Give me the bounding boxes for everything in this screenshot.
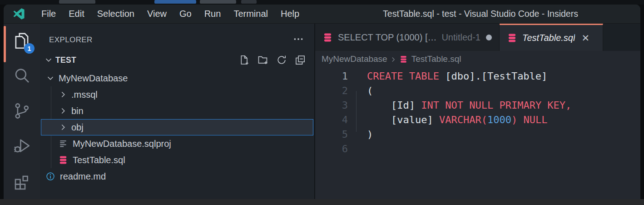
badge-count: 1 [24,43,35,54]
line-content: ( [367,84,373,98]
tree-item-label: TestTable.sql [73,155,125,165]
token [367,114,391,125]
code-editor[interactable]: 1CREATE TABLE [dbo].[TestTable]2(3 [Id] … [315,67,640,199]
tab-testtable-sql[interactable]: TestTable.sql✕ [500,24,603,51]
token: [value] [391,114,439,125]
tree-item-testtable-sql[interactable]: TestTable.sql [41,152,313,168]
line-content: CREATE TABLE [dbo].[TestTable] [367,69,547,84]
collapse-all-button[interactable] [294,54,306,66]
new-file-button[interactable] [238,54,250,66]
tree-item-readme-md[interactable]: readme.md [41,168,313,185]
editor-group: SELECT TOP (1000) [Id]Untitled-1TestTabl… [315,24,640,199]
background-fragment [241,0,257,4]
database-icon [322,32,333,43]
tree-item-label: readme.md [60,171,106,182]
token: ( [481,114,487,125]
chevron-right-icon [58,106,68,116]
file-tree: MyNewDatabase.mssqlbinobjMyNewDatabase.s… [40,70,314,185]
menu-item-view[interactable]: View [141,6,173,21]
more-actions-icon[interactable] [292,33,304,47]
chevron-down-icon [44,55,54,65]
breadcrumb: MyNewDatabaseTestTable.sql [315,51,640,67]
menu-item-go[interactable]: Go [173,6,198,21]
menu-item-run[interactable]: Run [198,6,228,21]
breadcrumb-item[interactable]: MyNewDatabase [322,54,387,64]
line-content: [Id] INT NOT NULL PRIMARY KEY, [367,98,571,113]
token [517,114,523,125]
tab-detail: Untitled-1 [441,32,481,43]
breadcrumb-label: MyNewDatabase [322,54,387,64]
background-fragment [154,0,196,4]
tree-item-obj[interactable]: obj [41,119,313,135]
code-line-1: 1CREATE TABLE [dbo].[TestTable] [315,69,640,84]
tree-item-label: obj [71,122,84,133]
menu-item-help[interactable]: Help [274,6,306,21]
token: ) [511,114,517,125]
activity-item-extensions[interactable] [10,169,34,193]
chevron-right-icon [58,122,68,132]
menu-item-terminal[interactable]: Terminal [227,6,274,21]
active-view-indicator [4,26,6,62]
tree-item-bin[interactable]: bin [41,103,313,119]
indent-guide [356,91,357,132]
token: INT NOT NULL PRIMARY KEY, [421,100,571,111]
explorer-sidebar: EXPLORER TEST MyNewDatabase.mssqlbinobjM… [40,24,314,199]
vscode-window: FileEditSelectionViewGoRunTerminalHelp T… [4,5,640,199]
code-line-2: 2( [315,84,640,98]
menu-bar: FileEditSelectionViewGoRunTerminalHelp [35,6,306,21]
close-icon[interactable]: ✕ [581,33,590,43]
background-fragment [59,0,95,4]
token: ) [367,129,373,140]
background-window-sliver [0,0,644,5]
token: [Id] [391,100,421,111]
tree-item-mynewdatabase-sqlproj[interactable]: MyNewDatabase.sqlproj [41,135,313,152]
tab-select-top-1000-id-[interactable]: SELECT TOP (1000) [Id]Untitled-1 [315,24,500,51]
tree-item--mssql[interactable]: .mssql [41,86,313,103]
tree-item-label: bin [71,106,84,116]
token: ( [367,85,373,96]
tree-item-label: MyNewDatabase.sqlproj [73,139,171,149]
activity-item-run-and-debug[interactable] [10,134,34,158]
database-icon [58,155,68,165]
activity-bar: 1 [4,24,40,199]
line-number: 5 [315,127,348,142]
window-title: TestTable.sql - test - Visual Studio Cod… [322,9,639,19]
section-actions [238,54,306,66]
line-number: 1 [315,69,348,84]
titlebar: FileEditSelectionViewGoRunTerminalHelp T… [4,5,640,24]
token: CREATE TABLE [367,70,445,82]
database-icon [399,55,408,64]
token: 1000 [487,114,511,125]
line-number: 2 [315,84,348,98]
breadcrumb-item[interactable]: TestTable.sql [399,54,461,64]
section-header-test[interactable]: TEST [40,51,314,69]
vscode-insiders-logo [13,8,25,20]
activity-item-explorer[interactable]: 1 [10,29,34,53]
line-number: 6 [315,142,348,156]
token: [dbo].[TestTable] [445,70,547,82]
code-line-5: 5) [315,127,640,142]
section-label: TEST [55,55,238,65]
chevron-right-icon [389,55,397,64]
sqlproj-icon [58,139,68,149]
menu-item-selection[interactable]: Selection [91,6,141,21]
menu-item-file[interactable]: File [35,6,62,21]
info-icon [45,171,55,181]
line-content: ) [367,127,373,142]
activity-item-search[interactable] [10,64,34,88]
tab-label: SELECT TOP (1000) [Id] [338,32,437,43]
refresh-button[interactable] [276,54,287,66]
background-strip [0,199,644,205]
new-folder-button[interactable] [257,54,269,66]
activity-item-source-control[interactable] [10,99,34,123]
line-content: [value] VARCHAR(1000) NULL [367,113,547,127]
menu-item-edit[interactable]: Edit [62,6,90,21]
tree-item-label: .mssql [71,90,98,100]
tree-item-mynewdatabase[interactable]: MyNewDatabase [41,70,313,86]
token: VARCHAR [439,114,481,125]
breadcrumb-label: TestTable.sql [411,54,461,64]
line-number: 4 [315,113,348,127]
background-fragment [200,0,236,4]
token [367,100,391,111]
tab-label: TestTable.sql [522,33,575,43]
